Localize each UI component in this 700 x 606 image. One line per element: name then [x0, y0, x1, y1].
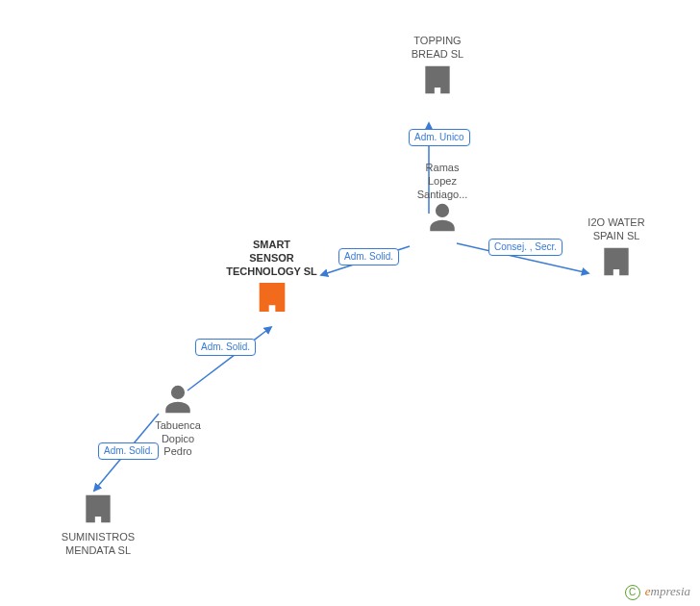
person-icon: [162, 383, 194, 419]
footer-brand: C empresia: [625, 584, 690, 600]
node-label: Ramas Lopez Santiago...: [389, 162, 495, 201]
relation-label: Adm. Solid.: [201, 341, 250, 352]
node-smart-sensor[interactable]: SMART SENSOR TECHNOLOGY SL: [207, 239, 337, 320]
relation-consej-secr[interactable]: Consej. , Secr.: [488, 239, 562, 256]
building-icon: [598, 243, 635, 284]
node-topping-bread[interactable]: TOPPING BREAD SL: [385, 35, 490, 101]
node-suministros[interactable]: SUMINISTROS MENDATA SL: [40, 491, 156, 557]
edge-tabuenca-to-smartsensor: [188, 327, 271, 391]
node-label: TOPPING BREAD SL: [385, 35, 490, 62]
brand-rest: mpresia: [651, 584, 690, 598]
relation-adm-unico[interactable]: Adm. Unico: [409, 129, 470, 146]
relation-adm-solid-3[interactable]: Adm. Solid.: [98, 442, 159, 460]
relation-label: Adm. Unico: [414, 132, 464, 142]
relation-label: Adm. Solid.: [104, 445, 153, 456]
node-ramas-lopez[interactable]: Ramas Lopez Santiago...: [389, 162, 495, 238]
building-icon: [419, 62, 456, 102]
building-icon: [253, 278, 291, 320]
relation-label: Adm. Solid.: [344, 251, 393, 262]
relation-label: Consej. , Secr.: [494, 241, 557, 252]
relation-adm-solid-2[interactable]: Adm. Solid.: [195, 339, 256, 356]
person-icon: [426, 201, 459, 238]
node-i2o-water[interactable]: I2O WATER SPAIN SL: [563, 216, 669, 283]
relation-adm-solid-1[interactable]: Adm. Solid.: [338, 248, 399, 265]
copyright-icon: C: [625, 585, 640, 600]
node-label: SUMINISTROS MENDATA SL: [40, 531, 156, 558]
node-label: I2O WATER SPAIN SL: [563, 216, 669, 243]
node-label: SMART SENSOR TECHNOLOGY SL: [207, 239, 337, 278]
building-icon: [80, 491, 116, 531]
